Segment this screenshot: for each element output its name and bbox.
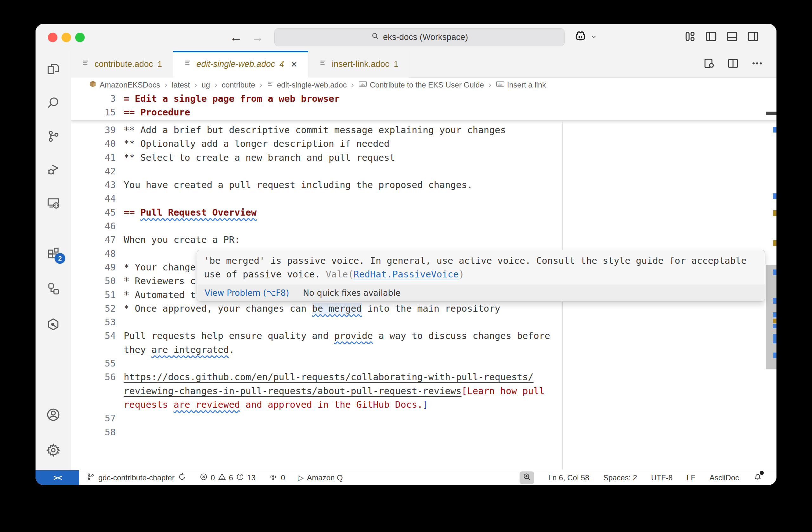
sidebar-item-remote-explorer[interactable]	[35, 194, 71, 213]
editor-row[interactable]: 40** Optionally add a longer description…	[71, 137, 777, 151]
editor-row[interactable]: reviewing-changes-in-pull-requests/about…	[71, 384, 777, 398]
code-line[interactable]	[116, 357, 124, 370]
code-line[interactable]: ** Select to create a new branch and pul…	[116, 151, 395, 165]
sidebar-item-source-control[interactable]	[35, 128, 71, 147]
zoom-status-button[interactable]	[520, 471, 534, 484]
line-number[interactable]: 40	[71, 137, 116, 151]
sidebar-item-hexagon-extension[interactable]	[35, 315, 71, 335]
line-number[interactable]: 48	[71, 247, 116, 261]
code-line[interactable]: * Your change	[116, 261, 196, 274]
line-number[interactable]: 57	[71, 412, 116, 425]
line-number[interactable]: 46	[71, 219, 116, 233]
line-number[interactable]: 42	[71, 165, 116, 178]
editor-row[interactable]: 58	[71, 426, 777, 439]
editor-row[interactable]: 52* Once approved, your changes can be m…	[71, 302, 777, 315]
sidebar-item-account[interactable]	[35, 406, 71, 425]
breadcrumb-item-contribute[interactable]: contribute	[222, 80, 255, 89]
split-editor-icon[interactable]	[726, 57, 740, 71]
code-line[interactable]: they are integrated.	[116, 343, 234, 357]
editor-row[interactable]: 56https://docs.github.com/en/pull-reques…	[71, 370, 777, 384]
editor-row[interactable]: 53	[71, 315, 777, 329]
indentation[interactable]: Spaces: 2	[603, 473, 637, 482]
editor-row[interactable]: 3= Edit a single page from a web browser	[71, 92, 777, 106]
layout-sidebar-left-icon[interactable]	[704, 29, 718, 43]
line-number[interactable]: 47	[71, 233, 116, 247]
code-line[interactable]	[116, 165, 124, 178]
code-line[interactable]	[116, 315, 124, 329]
close-icon[interactable]: ×	[291, 58, 297, 70]
amazon-q-indicator[interactable]: ▷ Amazon Q	[298, 473, 343, 482]
editor-row[interactable]: 44	[71, 192, 777, 205]
sidebar-item-symbols[interactable]	[35, 280, 71, 299]
sticky-scroll[interactable]: 3= Edit a single page from a web browser…	[71, 92, 777, 120]
line-number[interactable]: 49	[71, 261, 116, 274]
open-preview-icon[interactable]	[702, 57, 715, 71]
ports-indicator[interactable]: 0	[269, 472, 285, 484]
cursor-position[interactable]: Ln 6, Col 58	[548, 473, 589, 482]
code-line[interactable]	[116, 219, 124, 233]
editor-row[interactable]: 15== Procedure	[71, 106, 777, 119]
line-number[interactable]: 41	[71, 151, 116, 165]
minimize-window-button[interactable]	[61, 33, 71, 42]
tab-insert-link-adoc[interactable]: insert-link.adoc 1	[308, 51, 409, 78]
sidebar-item-search[interactable]	[35, 94, 71, 113]
line-number[interactable]	[71, 384, 116, 398]
vale-rule-link[interactable]: RedHat.PassiveVoice	[353, 269, 459, 280]
breadcrumb-item-file[interactable]: edit-single-web.adoc	[267, 80, 347, 90]
editor-row[interactable]: requests are reviewed and approved in th…	[71, 398, 777, 412]
problems-indicator[interactable]: 0 6 13	[199, 472, 255, 483]
code-line[interactable]: You have created a pull request includin…	[116, 178, 473, 192]
layout-panel-icon[interactable]	[725, 29, 739, 43]
more-actions-icon[interactable]	[751, 57, 764, 71]
line-number[interactable]: 51	[71, 288, 116, 302]
editor-row[interactable]: 45== Pull Request Overview	[71, 206, 777, 219]
line-number[interactable]: 52	[71, 302, 116, 315]
editor-row[interactable]: 47When you create a PR:	[71, 233, 777, 247]
editor-row[interactable]: they are integrated.	[71, 343, 777, 357]
line-number[interactable]: 3	[71, 92, 116, 106]
editor-row[interactable]: 57	[71, 412, 777, 425]
line-number[interactable]: 54	[71, 329, 116, 343]
code-line[interactable]: == Procedure	[116, 106, 190, 119]
line-number[interactable]: 43	[71, 178, 116, 192]
line-number[interactable]: 50	[71, 274, 116, 288]
tab-edit-single-web-adoc[interactable]: edit-single-web.adoc 4 ×	[173, 51, 308, 78]
editor-row[interactable]: 55	[71, 357, 777, 370]
breadcrumb-item-latest[interactable]: latest	[172, 80, 190, 89]
eol-sequence[interactable]: LF	[687, 473, 696, 482]
line-number[interactable]: 53	[71, 315, 116, 329]
code-line[interactable]: https://docs.github.com/en/pull-requests…	[116, 370, 534, 384]
line-number[interactable]: 44	[71, 192, 116, 205]
line-number[interactable]: 15	[71, 106, 116, 119]
code-line[interactable]: When you create a PR:	[116, 233, 240, 247]
code-line[interactable]	[116, 412, 124, 425]
copilot-menu[interactable]	[573, 29, 597, 45]
code-line[interactable]: = Edit a single page from a web browser	[116, 92, 340, 106]
sidebar-item-explorer[interactable]	[35, 60, 71, 79]
line-number[interactable]	[71, 343, 116, 357]
editor-pane[interactable]: 39** Add a brief but descriptive commit …	[71, 92, 777, 470]
code-line[interactable]: ** Optionally add a longer description i…	[116, 137, 390, 151]
code-line[interactable]: == Pull Request Overview	[116, 206, 257, 219]
code-line[interactable]	[116, 426, 124, 439]
close-window-button[interactable]	[48, 33, 57, 42]
editor-row[interactable]: 42	[71, 165, 777, 178]
encoding[interactable]: UTF-8	[651, 473, 673, 482]
layout-sidebar-right-icon[interactable]	[746, 29, 760, 43]
line-number[interactable]	[71, 398, 116, 412]
back-arrow-icon[interactable]: ←	[230, 24, 242, 51]
editor-row[interactable]: 46	[71, 219, 777, 233]
editor-row[interactable]: 41** Select to create a new branch and p…	[71, 151, 777, 165]
notifications-bell[interactable]	[753, 472, 763, 484]
code-line[interactable]: reviewing-changes-in-pull-requests/about…	[116, 384, 545, 398]
code-line[interactable]: * Once approved, your changes can be mer…	[116, 302, 500, 315]
sidebar-item-settings[interactable]	[35, 441, 71, 460]
customize-layout-icon[interactable]	[683, 29, 697, 43]
code-line[interactable]	[116, 192, 124, 205]
line-number[interactable]: 55	[71, 357, 116, 370]
breadcrumb-item-subsection[interactable]: abc Insert a link	[496, 79, 546, 90]
branch-indicator[interactable]: gdc-contribute-chapter	[86, 472, 187, 483]
line-number[interactable]: 39	[71, 123, 116, 137]
remote-indicator[interactable]: ><	[35, 470, 79, 485]
line-number[interactable]: 45	[71, 206, 116, 219]
